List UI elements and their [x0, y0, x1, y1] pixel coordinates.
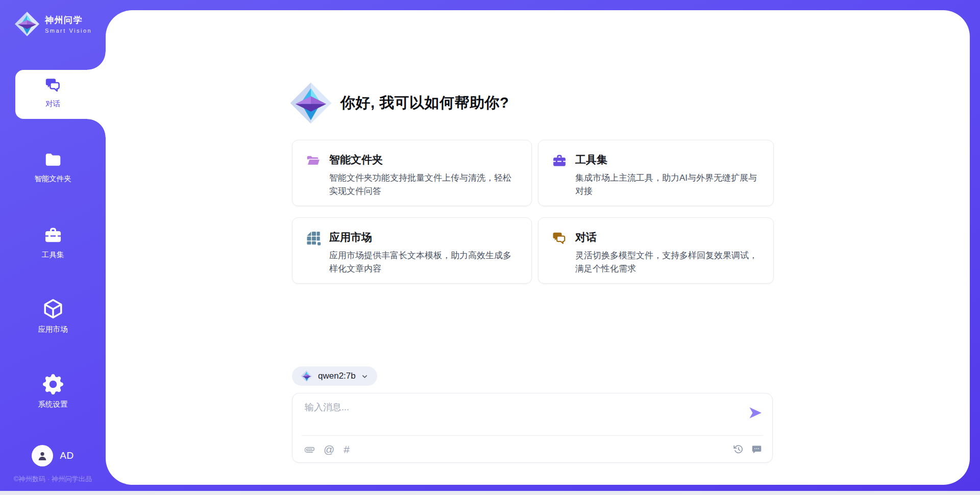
sidebar-item-label: 工具集 [42, 250, 64, 260]
sidebar: 神州问学 Smart Vision 对话 智能文件夹 工具集 应用市场 系统设置… [0, 0, 106, 495]
history-icon [733, 444, 744, 455]
card-description: 集成市场上主流工具，助力AI与外界无缝扩展与对接 [575, 171, 760, 199]
model-selector[interactable]: qwen2:7b [292, 366, 377, 386]
model-logo-icon [301, 370, 313, 382]
active-tab-fillet-top [87, 52, 106, 70]
attach-button[interactable] [305, 445, 314, 455]
card-app-market[interactable]: 应用市场 应用市场提供丰富长文本模板，助力高效生成多样化文章内容 [292, 217, 532, 284]
brand: 神州问学 Smart Vision [14, 11, 92, 37]
card-smart-folders[interactable]: 智能文件夹 智能文件夹功能支持批量文件上传与清洗，轻松实现文件问答 [292, 140, 532, 206]
folder-open-icon [306, 153, 321, 168]
send-icon [748, 405, 763, 420]
grid-icon [306, 231, 321, 246]
history-button[interactable] [733, 444, 744, 455]
hashtag-button[interactable]: # [344, 444, 350, 455]
message-input[interactable] [305, 401, 739, 431]
card-toolset[interactable]: 工具集 集成市场上主流工具，助力AI与外界无缝扩展与对接 [538, 140, 774, 206]
chat-icon [552, 231, 567, 246]
active-tab-fillet-bottom [87, 119, 106, 137]
model-name: qwen2:7b [318, 371, 356, 381]
composer-divider [302, 435, 763, 436]
bottom-strip [0, 491, 980, 495]
sidebar-item-settings[interactable]: 系统设置 [0, 374, 106, 409]
briefcase-icon [552, 153, 567, 168]
mention-button[interactable]: @ [324, 444, 334, 455]
sidebar-item-label: 智能文件夹 [34, 174, 71, 184]
person-icon [36, 450, 48, 462]
greeting: 你好, 我可以如何帮助你? [289, 82, 509, 125]
sidebar-item-label: 对话 [45, 99, 60, 109]
avatar [32, 445, 53, 466]
card-title: 工具集 [575, 153, 760, 167]
new-chat-button[interactable] [751, 444, 762, 455]
paperclip-icon [305, 445, 314, 455]
sidebar-item-app-market[interactable]: 应用市场 [0, 298, 106, 334]
card-description: 灵活切换多模型文件，支持多样回复效果调试，满足个性化需求 [575, 249, 760, 276]
gear-icon [43, 374, 63, 394]
sidebar-item-label: 系统设置 [38, 400, 68, 409]
user-profile[interactable]: AD [0, 445, 106, 466]
chat-icon [44, 77, 62, 94]
cube-icon [42, 298, 64, 319]
brand-subtitle: Smart Vision [45, 28, 92, 34]
sidebar-item-label: 应用市场 [38, 325, 68, 334]
card-description: 智能文件夹功能支持批量文件上传与清洗，轻松实现文件问答 [329, 171, 518, 199]
sidebar-item-toolset[interactable]: 工具集 [0, 226, 106, 260]
brand-logo-icon [14, 11, 40, 37]
feature-cards: 智能文件夹 智能文件夹功能支持批量文件上传与清洗，轻松实现文件问答 工具集 集成… [292, 140, 774, 284]
greeting-logo-icon [289, 82, 332, 125]
copyright-text: ©神州数码 · 神州问学出品 [0, 475, 106, 484]
composer-right-tools [733, 444, 762, 455]
message-composer: @ # [292, 393, 773, 463]
card-description: 应用市场提供丰富长文本模板，助力高效生成多样化文章内容 [329, 249, 518, 276]
card-chat[interactable]: 对话 灵活切换多模型文件，支持多样回复效果调试，满足个性化需求 [538, 217, 774, 284]
sidebar-item-smart-folders[interactable]: 智能文件夹 [0, 150, 106, 184]
chevron-down-icon [361, 373, 369, 380]
folder-icon [43, 150, 63, 169]
brand-name: 神州问学 [45, 14, 92, 26]
card-title: 智能文件夹 [329, 153, 518, 167]
greeting-title: 你好, 我可以如何帮助你? [340, 93, 509, 113]
user-initials: AD [60, 450, 74, 461]
message-icon [751, 444, 762, 455]
send-button[interactable] [748, 405, 763, 420]
card-title: 对话 [575, 230, 760, 244]
main-content: 你好, 我可以如何帮助你? 智能文件夹 智能文件夹功能支持批量文件上传与清洗，轻… [106, 10, 970, 485]
composer-left-tools: @ # [305, 444, 350, 455]
briefcase-icon [43, 226, 63, 245]
card-title: 应用市场 [329, 230, 518, 244]
sidebar-item-chat[interactable]: 对话 [0, 77, 106, 109]
